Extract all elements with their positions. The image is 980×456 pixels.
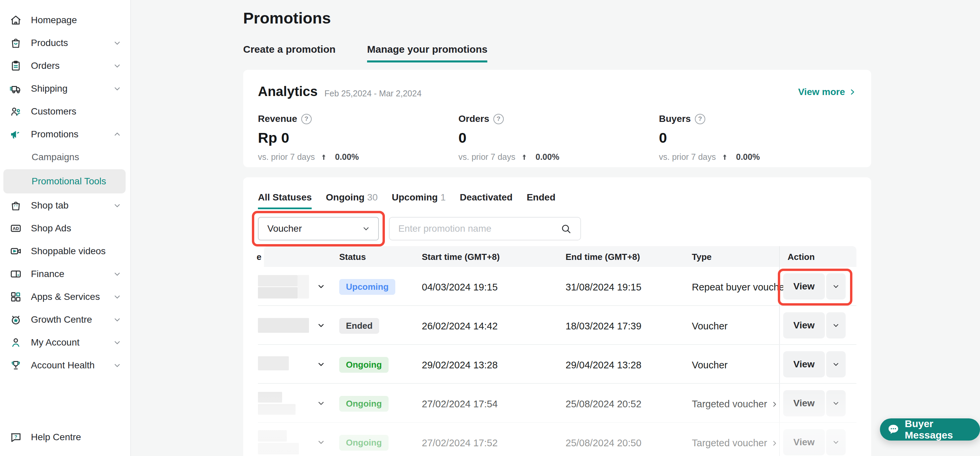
promotions-list-card: All Statuses Ongoing30 Upcoming1 Deactiv… xyxy=(243,177,871,456)
view-dropdown-button[interactable] xyxy=(826,351,846,377)
apps-grid-icon xyxy=(10,291,22,303)
view-button[interactable]: View xyxy=(783,351,825,377)
sidebar-item-shop-tab[interactable]: Shop tab xyxy=(0,194,130,217)
search-icon[interactable] xyxy=(560,223,572,235)
status-tab-all-statuses[interactable]: All Statuses xyxy=(258,192,312,209)
help-circle-icon[interactable]: ? xyxy=(493,114,504,124)
sidebar-item-apps-services[interactable]: Apps & Services xyxy=(0,285,130,308)
chevron-down-icon xyxy=(113,62,122,70)
view-button[interactable]: View xyxy=(783,390,825,416)
view-dropdown-button[interactable] xyxy=(826,273,846,300)
analytics-date-range: Feb 25,2024 - Mar 2,2024 xyxy=(325,89,422,99)
status-tab-deactivated[interactable]: Deactivated xyxy=(460,192,512,209)
column-header-action: Action xyxy=(788,252,815,262)
expand-row-icon[interactable] xyxy=(317,399,326,408)
shipping-icon xyxy=(10,82,22,95)
sidebar-subitem-campaigns[interactable]: Campaigns xyxy=(0,146,130,168)
buyer-messages-button[interactable]: Buyer Messages xyxy=(880,418,980,440)
view-button[interactable]: View xyxy=(783,429,825,455)
start-time-cell: 29/02/2024 13:28 xyxy=(422,360,498,371)
sidebar-item-promotions[interactable]: Promotions xyxy=(0,123,130,146)
sidebar-item-homepage[interactable]: Homepage xyxy=(0,9,130,32)
view-button[interactable]: View xyxy=(783,312,825,338)
arrow-up-icon xyxy=(721,153,729,161)
table-row: Ongoing 27/02/2024 17:54 25/08/2024 20:5… xyxy=(258,384,856,423)
svg-text:AD: AD xyxy=(13,226,19,231)
growth-centre-icon xyxy=(10,313,22,326)
start-time-cell: 26/02/2024 14:42 xyxy=(422,321,498,332)
type-cell: Voucher xyxy=(692,321,727,332)
help-circle-icon[interactable]: ? xyxy=(301,114,312,124)
sidebar-item-label: Finance xyxy=(31,269,64,280)
view-more-link[interactable]: View more xyxy=(798,87,856,97)
help-centre-icon: ? xyxy=(10,431,22,443)
chevron-down-icon xyxy=(113,338,122,347)
view-dropdown-button[interactable] xyxy=(826,429,846,455)
view-dropdown-button[interactable] xyxy=(826,312,846,338)
sidebar-item-label: Promotions xyxy=(31,129,79,140)
type-cell: Voucher xyxy=(692,360,727,371)
chevron-down-icon xyxy=(113,270,122,278)
tab-manage-your-promotions[interactable]: Manage your promotions xyxy=(367,44,487,62)
chevron-down-icon xyxy=(113,315,122,324)
sidebar-item-orders[interactable]: Orders xyxy=(0,54,130,77)
sidebar-item-account-health[interactable]: Account Health xyxy=(0,354,130,377)
row-actions: View xyxy=(783,312,846,338)
tab-create-a-promotion[interactable]: Create a promotion xyxy=(243,44,336,62)
help-circle-icon[interactable]: ? xyxy=(695,114,705,124)
column-header-status: Status xyxy=(339,252,366,262)
finance-card-icon xyxy=(10,268,22,280)
expand-row-icon[interactable] xyxy=(317,360,326,369)
sidebar-item-shop-ads[interactable]: AD Shop Ads xyxy=(0,217,130,240)
expand-row-icon[interactable] xyxy=(317,282,326,291)
sidebar-item-label: Growth Centre xyxy=(31,314,92,325)
sidebar-item-products[interactable]: Products xyxy=(0,32,130,54)
status-badge: Upcoming xyxy=(339,279,395,295)
status-filter-tabs: All Statuses Ongoing30 Upcoming1 Deactiv… xyxy=(258,192,555,209)
view-dropdown-button[interactable] xyxy=(826,390,846,416)
chat-bubble-icon xyxy=(887,423,900,436)
sidebar-item-growth-centre[interactable]: Growth Centre xyxy=(0,308,130,331)
sidebar-item-label: Account Health xyxy=(31,360,95,371)
status-badge: Ongoing xyxy=(339,435,388,451)
sidebar-item-customers[interactable]: Customers xyxy=(0,100,130,123)
column-header-end-time: End time (GMT+8) xyxy=(566,252,640,262)
sidebar-item-label: Homepage xyxy=(31,15,77,25)
table-header: Status Start time (GMT+8) End time (GMT+… xyxy=(264,246,856,267)
redacted-promotion-name xyxy=(258,345,309,384)
status-tab-upcoming[interactable]: Upcoming1 xyxy=(392,192,445,209)
type-cell: Repeat buyer voucher xyxy=(692,282,788,293)
expand-row-icon[interactable] xyxy=(317,321,326,330)
sidebar-item-shoppable-videos[interactable]: Shoppable videos xyxy=(0,240,130,262)
metric-value: 0 xyxy=(659,130,847,146)
promotion-search xyxy=(389,217,581,240)
sidebar-item-label: My Account xyxy=(31,337,80,348)
expand-row-icon[interactable] xyxy=(317,437,326,447)
orders-icon xyxy=(10,59,22,72)
sidebar-subitem-promotional-tools[interactable]: Promotional Tools xyxy=(3,169,126,194)
sidebar-item-help-centre[interactable]: ? Help Centre xyxy=(0,426,130,449)
sidebar-item-label: Apps & Services xyxy=(31,291,100,302)
view-button[interactable]: View xyxy=(783,273,825,300)
chevron-right-icon[interactable] xyxy=(770,400,778,408)
status-badge: Ended xyxy=(339,318,379,334)
shop-tab-icon xyxy=(10,199,22,212)
sidebar-item-my-account[interactable]: My Account xyxy=(0,331,130,354)
promotion-type-select[interactable]: Voucher xyxy=(258,217,379,240)
trophy-icon xyxy=(10,359,22,372)
chevron-right-icon[interactable] xyxy=(770,439,778,447)
chevron-down-icon xyxy=(113,361,122,370)
sidebar-item-finance[interactable]: Finance xyxy=(0,262,130,285)
status-tab-ongoing[interactable]: Ongoing30 xyxy=(326,192,377,209)
table-row: Upcoming 04/03/2024 19:15 31/08/2024 19:… xyxy=(258,267,856,306)
metric-delta: 0.00% xyxy=(736,152,760,162)
table-row: Ended 26/02/2024 14:42 18/03/2024 17:39 … xyxy=(258,306,856,345)
tab-count: 1 xyxy=(440,192,445,202)
redacted-promotion-name xyxy=(258,306,309,345)
sidebar-subitem-label: Campaigns xyxy=(32,152,79,162)
search-input[interactable] xyxy=(398,218,556,240)
table-row: Ongoing 29/02/2024 13:28 29/04/2024 13:2… xyxy=(258,345,856,384)
status-tab-ended[interactable]: Ended xyxy=(527,192,555,209)
sidebar-item-shipping[interactable]: Shipping xyxy=(0,77,130,100)
metric-delta: 0.00% xyxy=(335,152,359,162)
